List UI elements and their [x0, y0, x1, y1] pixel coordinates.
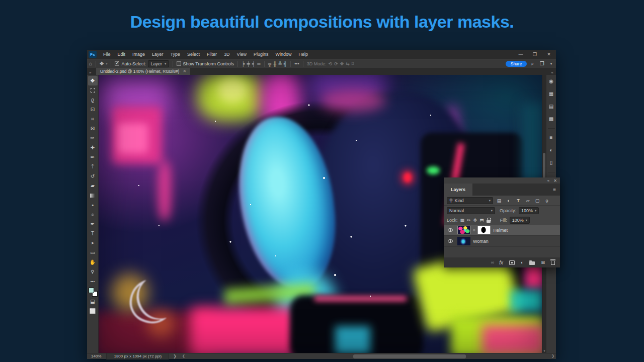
layer-thumbnail[interactable] [457, 226, 470, 234]
layer-mask-thumbnail[interactable] [477, 226, 491, 234]
search-icon[interactable]: ⌕ [531, 61, 534, 67]
pen-tool[interactable]: ✒ [88, 219, 98, 229]
filter-pin-icon[interactable]: ϙ [543, 198, 550, 203]
show-transform-checkbox[interactable] [177, 61, 181, 66]
menu-image[interactable]: Image [129, 50, 148, 59]
gradients-panel-icon[interactable]: ▤ [547, 102, 555, 110]
adjustments-panel-icon[interactable]: ◐ [547, 146, 555, 154]
delete-layer-icon[interactable] [551, 261, 555, 265]
hand-tool[interactable]: ✋ [88, 257, 98, 267]
orbit-3d-icon[interactable]: ⟲ [329, 61, 333, 66]
document-tab[interactable]: Untitled-2.psd @ 140% (Helmet, RGB/8#) ✕ [96, 68, 190, 75]
new-group-icon[interactable] [529, 261, 535, 265]
menu-layer[interactable]: Layer [148, 50, 167, 59]
patterns-panel-icon[interactable]: ▩ [547, 115, 555, 123]
distribute-center-icon[interactable]: ╫ [273, 61, 276, 66]
close-button[interactable]: ✕ [542, 50, 556, 59]
lock-position-icon[interactable]: ✥ [473, 218, 477, 223]
add-mask-icon[interactable] [509, 260, 515, 265]
menu-help[interactable]: Help [295, 50, 312, 59]
eraser-tool[interactable]: ▰ [88, 181, 98, 191]
home-icon[interactable]: ⌂ [89, 60, 92, 68]
menu-edit[interactable]: Edit [114, 50, 129, 59]
clone-stamp-tool[interactable]: ⍑ [88, 162, 98, 171]
layer-name[interactable]: Helmet [493, 228, 508, 233]
panel-menu-icon[interactable]: ≡ [553, 187, 560, 193]
distribute-top-icon[interactable]: ╦ [268, 61, 271, 66]
color-swatches[interactable] [88, 287, 98, 297]
filter-kind-dropdown[interactable]: ⚲ Kind ▾ [447, 197, 493, 204]
color-panel-icon[interactable]: ◉ [547, 77, 555, 85]
edit-toolbar-icon[interactable]: ••• [88, 277, 98, 286]
dodge-tool[interactable]: ⌽ [88, 210, 98, 219]
slide-3d-icon[interactable]: ⇆ [346, 61, 350, 66]
filter-shape-layers-icon[interactable]: ▱ [524, 198, 531, 203]
zoom-tool[interactable]: ⚲ [88, 267, 98, 277]
distribute-right-icon[interactable]: ╣ [284, 61, 287, 66]
layer-effects-icon[interactable]: fx [499, 260, 503, 265]
layer-row-helmet[interactable]: 8 Helmet [444, 225, 560, 236]
align-center-icon[interactable]: ╪ [247, 61, 250, 66]
object-selection-tool[interactable]: ⊡ [88, 105, 98, 114]
tab-close-icon[interactable]: ✕ [183, 68, 186, 75]
more-options-icon[interactable]: ••• [294, 61, 299, 66]
mask-link-icon[interactable]: 8 [473, 228, 475, 232]
libraries-panel-icon[interactable]: ▯ [547, 158, 555, 166]
adjustment-layer-icon[interactable]: ◐ [521, 260, 523, 265]
align-right-icon[interactable]: ╡ [252, 61, 255, 66]
horizontal-scrollbar[interactable]: ❮ ❯ [181, 353, 556, 359]
lock-pixels-icon[interactable]: ✏ [467, 218, 471, 223]
link-layers-icon[interactable]: ∞ [491, 260, 493, 265]
move-tool-icon[interactable]: ✥ [100, 60, 104, 68]
roll-3d-icon[interactable]: ⟳ [334, 61, 338, 66]
auto-select-dropdown[interactable]: Layer▾ [148, 60, 169, 67]
menu-window[interactable]: Window [272, 50, 295, 59]
tool-preset-caret[interactable]: ▾ [106, 60, 107, 68]
new-layer-icon[interactable]: ⊞ [541, 260, 545, 265]
layer-name[interactable]: Woman [473, 239, 489, 244]
history-brush-tool[interactable]: ↺ [88, 171, 98, 181]
maximize-button[interactable]: ❐ [528, 50, 542, 59]
move-tool[interactable]: ✥ [88, 76, 98, 85]
align-left-icon[interactable]: ╞ [242, 61, 245, 66]
screen-mode-button[interactable]: ⬜ [88, 306, 98, 316]
marquee-tool[interactable] [88, 85, 98, 95]
lock-artboard-icon[interactable]: ⬒ [479, 218, 484, 223]
frame-tool[interactable]: ⊠ [88, 124, 98, 133]
minimize-button[interactable]: — [514, 50, 528, 59]
layer-thumbnail[interactable] [457, 237, 470, 245]
blur-tool[interactable]: ● [88, 200, 98, 210]
properties-panel-icon[interactable]: ≡ [547, 133, 555, 141]
visibility-eye-icon[interactable] [448, 228, 453, 232]
scroll-left-icon[interactable]: ❮ [182, 354, 185, 358]
panel-close-icon[interactable]: ✕ [553, 178, 557, 183]
workspace-icon[interactable]: ❒ [540, 61, 544, 66]
filter-pixel-layers-icon[interactable]: ▤ [496, 198, 503, 203]
camera-3d-icon[interactable]: ⌑ [352, 61, 354, 66]
panel-collapse-icon[interactable]: « [547, 178, 549, 183]
layer-row-woman[interactable]: Woman [444, 236, 560, 247]
menu-view[interactable]: View [233, 50, 250, 59]
blend-mode-dropdown[interactable]: Normal ▾ [447, 207, 495, 214]
scroll-right-icon[interactable]: ❯ [551, 354, 554, 358]
swatches-panel-icon[interactable]: ▦ [547, 89, 555, 98]
lock-all-icon[interactable] [487, 220, 491, 223]
horizontal-scroll-thumb[interactable] [353, 354, 466, 358]
menu-filter[interactable]: Filter [203, 50, 220, 59]
gradient-tool[interactable] [88, 191, 98, 200]
fill-field[interactable]: 100% ▾ [510, 217, 530, 224]
dock-collapse-icon[interactable]: « [551, 70, 556, 75]
zoom-level-field[interactable]: 140% [87, 354, 106, 358]
lock-transparency-icon[interactable]: ▦ [460, 218, 465, 223]
foreground-color-swatch[interactable] [89, 288, 94, 293]
crop-tool[interactable]: ⌗ [88, 114, 98, 124]
quick-mask-button[interactable]: ⬓ [88, 297, 98, 306]
menu-3d[interactable]: 3D [220, 50, 233, 59]
healing-brush-tool[interactable]: ✚ [88, 143, 98, 152]
layers-tab[interactable]: Layers [444, 184, 472, 196]
auto-select-checkbox[interactable] [115, 61, 119, 66]
pan-3d-icon[interactable]: ✥ [340, 61, 344, 66]
path-select-tool[interactable]: ➤ [88, 238, 98, 248]
rectangle-tool[interactable]: ▭ [88, 248, 98, 257]
workspace-caret[interactable]: ▾ [550, 62, 552, 65]
